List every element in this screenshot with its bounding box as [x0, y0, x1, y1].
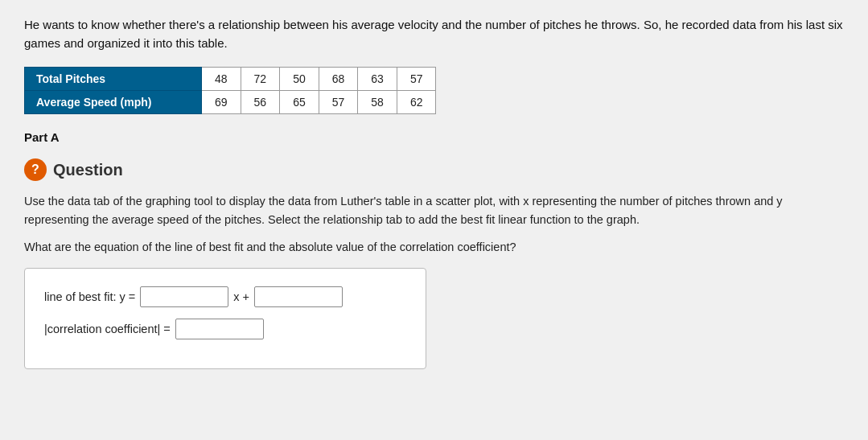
speed-val-6: 62: [397, 91, 436, 114]
pitches-val-5: 63: [358, 68, 397, 91]
intro-paragraph: He wants to know whether there's a relat…: [24, 16, 844, 52]
correlation-label: |correlation coefficient| =: [44, 323, 171, 335]
intercept-input[interactable]: [254, 286, 343, 307]
question-section: ? Question Use the data tab of the graph…: [24, 158, 844, 369]
speed-val-3: 65: [280, 91, 319, 114]
slope-input[interactable]: [140, 286, 228, 307]
question-subtext: What are the equation of the line of bes…: [24, 241, 844, 253]
speed-val-1: 69: [202, 91, 241, 114]
answer-box: line of best fit: y = x + |correlation c…: [24, 268, 426, 369]
line-of-best-fit-label: line of best fit: y =: [44, 290, 135, 303]
data-table: Total Pitches 48 72 50 68 63 57 Average …: [24, 67, 436, 114]
table-row-pitches: Total Pitches 48 72 50 68 63 57: [25, 68, 436, 91]
total-pitches-header: Total Pitches: [25, 68, 202, 91]
question-header: ? Question: [24, 158, 844, 181]
table-row-speed: Average Speed (mph) 69 56 65 57 58 62: [25, 91, 436, 114]
question-icon: ?: [24, 158, 47, 181]
pitches-val-4: 68: [319, 68, 358, 91]
question-title: Question: [53, 161, 123, 179]
pitches-val-2: 72: [241, 68, 280, 91]
part-a-label: Part A: [24, 130, 844, 144]
correlation-row: |correlation coefficient| =: [44, 319, 406, 339]
line-of-best-fit-row: line of best fit: y = x +: [44, 286, 406, 307]
correlation-input[interactable]: [175, 319, 264, 339]
question-body: Use the data tab of the graphing tool to…: [24, 192, 844, 229]
pitches-val-3: 50: [280, 68, 319, 91]
speed-val-5: 58: [358, 91, 397, 114]
speed-val-4: 57: [319, 91, 358, 114]
avg-speed-header: Average Speed (mph): [25, 91, 202, 114]
speed-val-2: 56: [241, 91, 280, 114]
pitches-val-6: 57: [397, 68, 436, 91]
x-plus-label: x +: [233, 290, 249, 303]
pitches-val-1: 48: [202, 68, 241, 91]
